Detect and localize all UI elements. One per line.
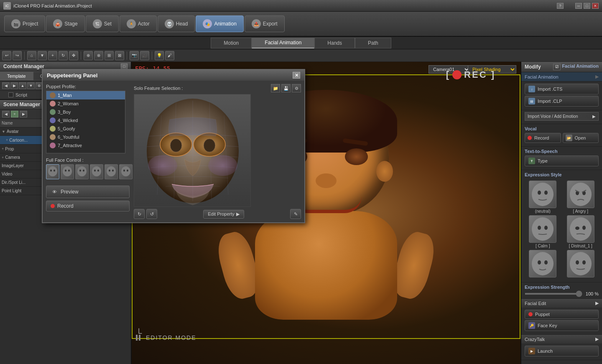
- face-thumb-4[interactable]: [90, 164, 103, 179]
- plus-button[interactable]: +: [48, 51, 57, 60]
- preview-button[interactable]: 👁 Preview: [46, 186, 130, 198]
- expand-icon: ▶: [592, 114, 596, 119]
- close-button[interactable]: ✕: [592, 3, 599, 9]
- tab-template[interactable]: Template: [0, 71, 33, 81]
- solo-save-btn[interactable]: 💾: [281, 84, 291, 92]
- expr-angry[interactable]: [ Angry ]: [563, 181, 599, 214]
- facial-edit-header[interactable]: Facial Edit ▶: [521, 299, 602, 308]
- scene-prev-btn[interactable]: ◀: [2, 111, 10, 117]
- separator-1: [24, 51, 25, 60]
- home-button[interactable]: ⌂: [27, 51, 36, 60]
- launch-button[interactable]: ▶ Launch: [525, 346, 599, 356]
- vocal-open-button[interactable]: 📂 Open: [563, 133, 599, 143]
- expr-extra2[interactable]: [563, 250, 599, 278]
- tab-hands[interactable]: Hands: [314, 38, 355, 48]
- nav-stage[interactable]: 🎪 Stage: [46, 15, 84, 32]
- mini-btn-3[interactable]: ▲: [19, 82, 26, 89]
- undo-button[interactable]: ↩: [2, 51, 11, 60]
- face-thumb-2[interactable]: [61, 164, 74, 179]
- profile-item-woman[interactable]: 2_Woman: [46, 99, 125, 108]
- right-panel-checkbox[interactable]: ☑: [553, 64, 561, 70]
- puppet-titlebar[interactable]: Puppeteering Panel ✕: [43, 70, 304, 81]
- expression-section: Expression Style (neutral): [521, 170, 602, 283]
- profile-list[interactable]: 1_Man 2_Woman 3_Boy 4_Wicked: [46, 91, 125, 153]
- tool1[interactable]: ⊕: [84, 51, 93, 60]
- edit-property-button[interactable]: Edit Property ▶: [203, 210, 244, 219]
- rotate-canvas-btn[interactable]: ↻: [134, 209, 145, 219]
- right-panel: Modify ☑ Facial Animation Facial Animati…: [520, 62, 602, 364]
- expand-arrow[interactable]: +: [2, 147, 4, 151]
- svg-point-3: [570, 183, 592, 206]
- face-thumb-1[interactable]: [46, 164, 59, 179]
- expr-distrust[interactable]: [ Distrust_1 ]: [563, 215, 599, 248]
- extra-canvas-btn[interactable]: ✎: [290, 209, 301, 219]
- tab-path[interactable]: Path: [355, 38, 391, 48]
- scene-add-btn[interactable]: +: [11, 111, 18, 117]
- maximize-button[interactable]: □: [584, 3, 590, 9]
- import-cts-button[interactable]: ↓ Import .CTS: [525, 84, 599, 94]
- vocal-record-button[interactable]: Record: [525, 133, 561, 143]
- nav-actor[interactable]: 🧍 Actor: [120, 15, 157, 32]
- camera1-btn[interactable]: 📷: [130, 51, 139, 60]
- move-button[interactable]: ✥: [69, 51, 78, 60]
- crazytalk-header[interactable]: CrazyTalk ▶: [521, 335, 602, 344]
- scene-next-btn[interactable]: ▶: [20, 111, 27, 117]
- tool3[interactable]: ⊞: [105, 51, 114, 60]
- solo-folder-btn[interactable]: 📁: [271, 84, 280, 92]
- tab-facial-animation[interactable]: Facial Animation: [252, 38, 314, 48]
- tool4[interactable]: ⊠: [115, 51, 124, 60]
- type-icon: T: [528, 158, 535, 164]
- import-clp-button[interactable]: ▤ Import .CLP: [525, 96, 599, 107]
- profile-item-goofy[interactable]: 5_Goofy: [46, 125, 125, 133]
- puppet-record-button[interactable]: Record: [46, 201, 130, 211]
- puppet-button[interactable]: Puppet: [525, 310, 599, 319]
- type-button[interactable]: T Type: [525, 155, 599, 166]
- tool2[interactable]: ⊗: [94, 51, 103, 60]
- camera2-btn[interactable]: 🎥: [140, 51, 149, 60]
- strength-slider[interactable]: [525, 293, 582, 295]
- nav-export[interactable]: 📤 Export: [245, 15, 285, 32]
- expand-arrow[interactable]: ▼: [2, 130, 5, 134]
- face-canvas[interactable]: [134, 94, 251, 207]
- face-thumb-6[interactable]: [119, 164, 133, 179]
- light-btn[interactable]: 💡: [155, 51, 164, 60]
- script-checkbox[interactable]: [8, 92, 13, 97]
- svg-point-24: [77, 166, 87, 176]
- nav-animation[interactable]: 🎭 Animation: [196, 15, 243, 32]
- rotate-button[interactable]: ↻: [59, 51, 68, 60]
- mini-btn-4[interactable]: ▼: [27, 82, 35, 89]
- mini-btn-2[interactable]: ▶: [10, 82, 18, 89]
- tab-motion[interactable]: Motion: [211, 38, 252, 48]
- profile-item-boy[interactable]: 3_Boy: [46, 108, 125, 116]
- import-voice-button[interactable]: Import Voice / Add Emotion ▶: [525, 112, 599, 121]
- paint-btn[interactable]: 🖌: [165, 51, 174, 60]
- reset-canvas-btn[interactable]: ↺: [146, 209, 157, 219]
- minimize-button[interactable]: ─: [575, 3, 582, 9]
- expr-neutral[interactable]: (neutral): [525, 181, 561, 214]
- profile-item-attractive[interactable]: 7_Attractive: [46, 141, 125, 150]
- down-button[interactable]: ▼: [38, 51, 47, 60]
- facekey-button[interactable]: 🔑 Face Key: [525, 320, 599, 331]
- svg-point-33: [121, 166, 130, 176]
- content-manager-close[interactable]: □: [121, 64, 128, 69]
- expand-arrow[interactable]: +: [2, 155, 4, 160]
- vocal-open-label: Open: [575, 135, 586, 140]
- solo-settings-btn[interactable]: ⚙: [292, 84, 301, 92]
- expand-arrow[interactable]: +: [6, 138, 8, 142]
- svg-point-48: [148, 155, 177, 176]
- face-thumb-5[interactable]: [105, 164, 118, 179]
- expr-calm[interactable]: [ Calm ]: [525, 215, 561, 248]
- nav-set[interactable]: 🏗 Set: [86, 15, 119, 32]
- profile-item-wicked[interactable]: 4_Wicked: [46, 116, 125, 125]
- face-thumb-3[interactable]: [75, 164, 89, 179]
- puppet-label: Puppet: [535, 312, 550, 317]
- nav-head[interactable]: 💀 Head: [158, 15, 195, 32]
- nav-project[interactable]: 🎬 Project: [4, 15, 45, 32]
- profile-item-youthful[interactable]: 6_Youthful: [46, 133, 125, 141]
- mini-btn-1[interactable]: ◀: [2, 82, 10, 89]
- puppet-close-btn[interactable]: ✕: [293, 72, 300, 79]
- profile-item-man[interactable]: 1_Man: [46, 91, 125, 99]
- expr-extra1[interactable]: [525, 250, 561, 278]
- redo-button[interactable]: ↪: [13, 51, 22, 60]
- help-button[interactable]: ?: [557, 3, 564, 9]
